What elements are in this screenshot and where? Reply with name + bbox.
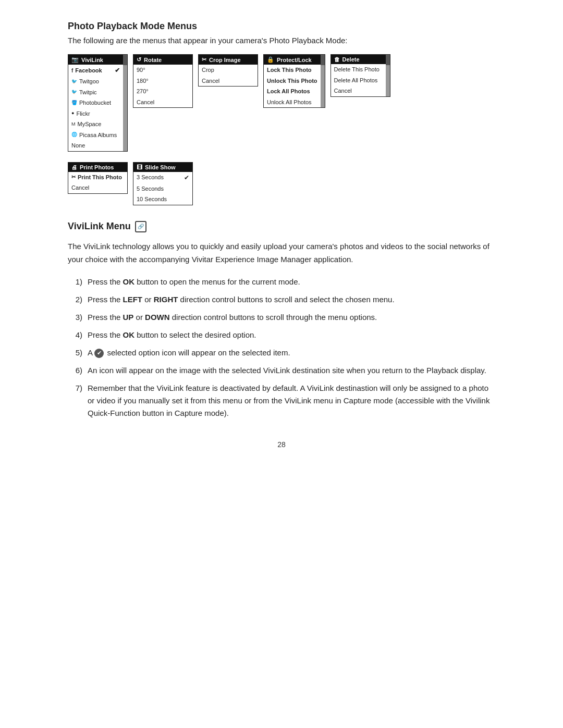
delete-scrollbar	[386, 55, 390, 96]
step-5: 5) A ✔ selected option icon will appear …	[68, 347, 495, 359]
step-4-num: 4)	[68, 329, 82, 341]
menu-vivilink-item-myspace[interactable]: M MySpace	[68, 119, 123, 130]
step-7: 7) Remember that the ViviLink feature is…	[68, 382, 495, 419]
step-2-text: Press the LEFT or RIGHT direction contro…	[88, 293, 495, 306]
menu-delete-cancel[interactable]: Cancel	[331, 85, 386, 96]
step-3-num: 3)	[68, 311, 82, 324]
menu-print-header: 🖨 Print Photos	[68, 163, 127, 172]
vivilink-scrollthumb	[123, 55, 127, 65]
menu-vivilink-item-flickr[interactable]: ● Flickr	[68, 108, 123, 119]
rotate-title: Rotate	[144, 57, 162, 63]
menu-protect-header: 🔒 Protect/Lock	[264, 55, 321, 65]
print-title: Print Photos	[80, 164, 114, 170]
step-4-text: Press the OK button to select the desire…	[88, 329, 495, 341]
print-this-icon: ✂	[71, 173, 76, 181]
menus-row-1: 📷 ViviLink f Facebook ✔ 🐦 Twitgoo 🐦 Twit…	[68, 54, 495, 152]
menu-delete-all[interactable]: Delete All Photos	[331, 75, 386, 86]
vivilink-menu-title: ViviLink	[81, 57, 103, 63]
step-5-num: 5)	[68, 347, 82, 359]
step-2-num: 2)	[68, 293, 82, 306]
rotate-icon: ↺	[137, 56, 141, 63]
protect-scrollthumb	[321, 55, 325, 65]
menu-slideshow-10s[interactable]: 10 Seconds	[133, 194, 192, 205]
slideshow-title: Slide Show	[145, 164, 176, 170]
delete-icon: 🗑	[334, 56, 340, 63]
delete-title: Delete	[342, 56, 360, 63]
step-2: 2) Press the LEFT or RIGHT direction con…	[68, 293, 495, 306]
vivilink-menu-icon: 📷	[71, 56, 79, 63]
menus-row-2: 🖨 Print Photos ✂ Print This Photo Cancel…	[68, 162, 495, 205]
menu-protect: 🔒 Protect/Lock Lock This Photo Unlock Th…	[263, 54, 325, 108]
crop-title: Crop Image	[209, 57, 241, 63]
menu-print-this[interactable]: ✂ Print This Photo	[68, 172, 127, 183]
step-1-num: 1)	[68, 276, 82, 288]
menu-slideshow-5s[interactable]: 5 Seconds	[133, 183, 192, 194]
slideshow-icon: 🎞	[137, 164, 142, 170]
menu-rotate-90[interactable]: 90°	[133, 65, 192, 76]
flickr-icon: ●	[71, 110, 74, 117]
menu-vivilink-item-twitpic[interactable]: 🐦 Twitpic	[68, 87, 123, 98]
menu-slideshow-header: 🎞 Slide Show	[133, 163, 192, 172]
menu-slideshow: 🎞 Slide Show 3 Seconds ✔ 5 Seconds 10 Se…	[133, 162, 193, 205]
menu-delete-header: 🗑 Delete	[331, 55, 386, 64]
menu-vivilink-header: 📷 ViviLink	[68, 55, 123, 65]
steps-list: 1) Press the OK button to open the menus…	[68, 276, 495, 419]
menu-vivilink-item-none[interactable]: None	[68, 140, 123, 151]
checkmark-icon: ✔	[94, 349, 104, 358]
menu-protect-lockall[interactable]: Lock All Photos	[264, 86, 321, 97]
menu-rotate-header: ↺ Rotate	[133, 55, 192, 65]
menu-rotate-cancel[interactable]: Cancel	[133, 97, 192, 108]
menu-protect-unlockall[interactable]: Unlock All Photos	[264, 97, 321, 108]
step-7-num: 7)	[68, 382, 82, 394]
menu-vivilink-item-facebook[interactable]: f Facebook ✔	[68, 65, 123, 76]
step-4: 4) Press the OK button to select the des…	[68, 329, 495, 341]
menu-vivilink-item-twitgoo[interactable]: 🐦 Twitgoo	[68, 76, 123, 87]
menu-vivilink-item-photobucket[interactable]: 🪣 Photobucket	[68, 97, 123, 108]
menu-protect-unlock[interactable]: Unlock This Photo	[264, 76, 321, 87]
vivilink-scrollbar	[123, 55, 127, 151]
step-3-text: Press the UP or DOWN direction control b…	[88, 311, 495, 324]
menu-crop-crop[interactable]: Crop	[199, 65, 258, 76]
menu-crop-cancel[interactable]: Cancel	[199, 76, 258, 87]
crop-icon: ✂	[202, 56, 206, 63]
menu-delete: 🗑 Delete Delete This Photo Delete All Ph…	[331, 54, 390, 97]
photobucket-icon: 🪣	[71, 100, 77, 107]
protect-scrollbar	[321, 55, 325, 107]
menu-crop: ✂ Crop Image Crop Cancel	[198, 54, 258, 87]
step-6-num: 6)	[68, 364, 82, 377]
menu-delete-this[interactable]: Delete This Photo	[331, 64, 386, 75]
slideshow-3s-check: ✔	[184, 173, 189, 182]
page: Photo Playback Mode Menus The following …	[68, 21, 495, 449]
step-7-text: Remember that the ViviLink feature is de…	[88, 382, 495, 419]
menu-vivilink-item-picasa[interactable]: 🌐 Picasa Albums	[68, 130, 123, 141]
page-number: 28	[68, 440, 495, 449]
menu-rotate-270[interactable]: 270°	[133, 86, 192, 97]
print-icon: 🖨	[71, 164, 77, 170]
twitgoo-icon: 🐦	[71, 78, 77, 85]
menu-slideshow-3s[interactable]: 3 Seconds ✔	[133, 172, 192, 183]
section1-intro: The following are the menus that appear …	[68, 36, 495, 45]
section1-title: Photo Playback Mode Menus	[68, 21, 495, 32]
picasa-icon: 🌐	[71, 131, 77, 139]
protect-icon: 🔒	[267, 56, 274, 63]
section2-title-row: ViviLink Menu 🔗	[68, 221, 495, 232]
step-6-text: An icon will appear on the image with th…	[88, 364, 495, 377]
menu-print-cancel[interactable]: Cancel	[68, 182, 127, 193]
step-1-text: Press the OK button to open the menus fo…	[88, 276, 495, 288]
vivilink-logo-icon: 🔗	[135, 221, 146, 232]
menu-print: 🖨 Print Photos ✂ Print This Photo Cancel	[68, 162, 128, 194]
menu-rotate-180[interactable]: 180°	[133, 76, 192, 87]
myspace-icon: M	[71, 121, 76, 128]
step-5-text: A ✔ selected option icon will appear on …	[88, 347, 495, 359]
menu-vivilink: 📷 ViviLink f Facebook ✔ 🐦 Twitgoo 🐦 Twit…	[68, 54, 128, 152]
protect-title: Protect/Lock	[277, 57, 312, 63]
menu-rotate: ↺ Rotate 90° 180° 270° Cancel	[133, 54, 193, 108]
section2-title: ViviLink Menu	[68, 221, 131, 232]
section2-intro: The ViviLink technology allows you to qu…	[68, 240, 495, 266]
facebook-check: ✔	[115, 66, 120, 75]
delete-scrollthumb	[386, 55, 390, 65]
facebook-icon: f	[71, 67, 73, 75]
section2: ViviLink Menu 🔗 The ViviLink technology …	[68, 221, 495, 419]
menu-protect-lock[interactable]: Lock This Photo	[264, 65, 321, 76]
twitpic-icon: 🐦	[71, 89, 77, 96]
